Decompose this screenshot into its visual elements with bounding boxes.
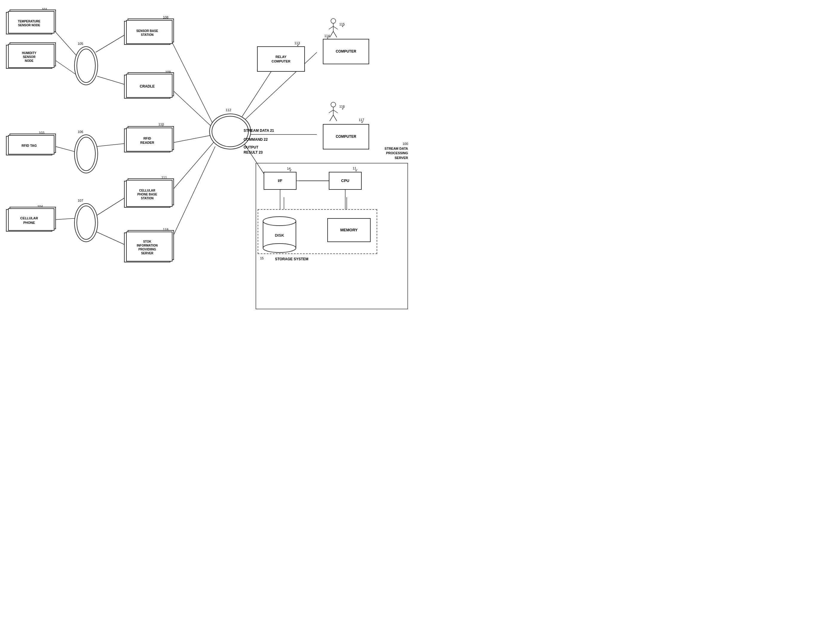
ellipse-105 — [74, 46, 98, 85]
diagram-container: TEMPERATURE SENSOR NODE 101 ↙ HUMIDITY S… — [0, 0, 410, 322]
ellipse-107 — [74, 203, 98, 242]
stok-server: STOK INFORMATION PROVIDIING SERVER — [124, 233, 170, 262]
svg-line-0 — [52, 28, 76, 55]
ref-106: 106 — [78, 130, 83, 133]
svg-line-5 — [97, 76, 127, 85]
svg-line-14 — [242, 70, 272, 117]
svg-line-4 — [96, 34, 126, 52]
svg-line-13 — [169, 146, 215, 245]
ref-105: 105 — [78, 42, 83, 45]
svg-line-7 — [97, 197, 126, 215]
svg-line-1 — [52, 58, 76, 75]
svg-line-9 — [170, 39, 215, 129]
svg-line-27 — [333, 31, 337, 37]
svg-point-28 — [331, 102, 336, 107]
computer-114: COMPUTER — [323, 39, 369, 64]
svg-text:DISK: DISK — [275, 233, 284, 238]
humidity-sensor-node: HUMIDITY SENSOR NODE — [6, 45, 52, 69]
ellipse-106 — [74, 135, 98, 173]
svg-line-31 — [333, 110, 338, 113]
computer-117: COMPUTER — [323, 124, 369, 149]
svg-line-30 — [329, 110, 333, 113]
disk-cylinder: DISK — [262, 215, 298, 254]
stream-data-label: STREAM DATA 21 — [244, 129, 274, 133]
command-label: COMMAND 22 — [244, 138, 268, 142]
cellular-phone-base-station: CELLULAR PHONE BASE STATION — [124, 181, 170, 208]
svg-line-8 — [93, 230, 126, 245]
svg-point-22 — [331, 18, 336, 23]
ref-107: 107 — [78, 199, 83, 202]
svg-line-25 — [333, 26, 338, 29]
output-result-label: OUTPUTRESULT 23 — [244, 145, 263, 155]
relay-computer: RELAY COMPUTER — [257, 46, 305, 72]
cpu-box: CPU — [329, 172, 362, 190]
svg-line-6 — [97, 143, 126, 146]
person-116 — [327, 101, 339, 123]
svg-line-24 — [329, 26, 333, 29]
stream-data-server-label: STREAM DATAPROCESSINGSERVER — [385, 146, 408, 160]
svg-point-36 — [263, 244, 296, 253]
svg-line-10 — [169, 87, 215, 130]
svg-line-32 — [330, 115, 333, 121]
cellular-phone: CELLULAR PHONE — [6, 209, 52, 232]
if-box: I/F — [264, 172, 296, 190]
rfid-reader: RFID READER — [124, 129, 170, 152]
temp-sensor-node: TEMPERATURE SENSOR NODE — [6, 12, 52, 34]
svg-line-12 — [169, 141, 215, 194]
svg-line-33 — [333, 115, 337, 121]
svg-line-11 — [169, 135, 215, 143]
cradle: CRADLE — [124, 75, 170, 99]
ref-100: 100 — [403, 142, 408, 146]
svg-line-26 — [330, 31, 333, 37]
rfid-tag: RFID TAG — [6, 136, 52, 155]
svg-point-35 — [263, 217, 296, 225]
memory-box: MEMORY — [327, 218, 371, 242]
ref-112: 112 — [225, 108, 231, 112]
sensor-base-station: SENSOR BASE STATION — [124, 21, 170, 45]
